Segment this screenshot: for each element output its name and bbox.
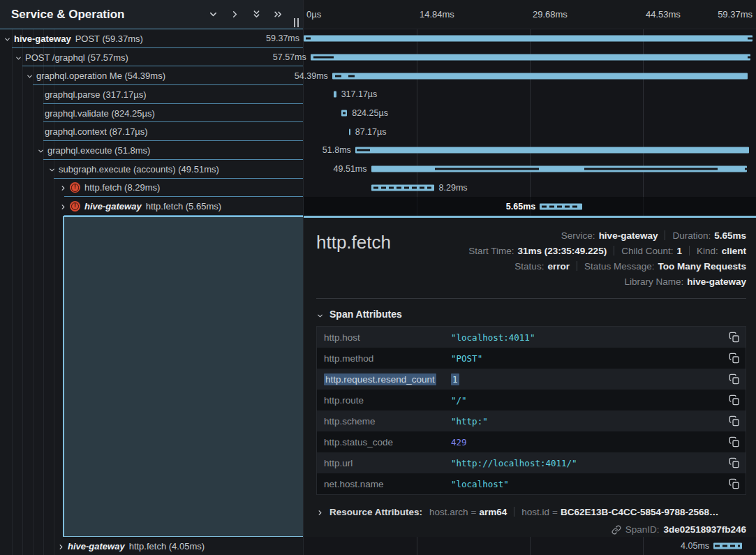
span-graphql-operation[interactable]: graphql.operation Me (54.39ms)	[0, 66, 303, 85]
attribute-row: http.request.resend_count1	[317, 369, 746, 390]
child-span-mark	[745, 168, 748, 170]
chevron-right-icon[interactable]	[57, 542, 65, 550]
child-span-mark	[584, 168, 718, 170]
operation-name: http.fetch (4.05ms)	[129, 541, 205, 552]
copy-icon[interactable]	[729, 373, 740, 385]
span-http-fetch-1[interactable]: http.fetch (8.29ms)	[0, 179, 303, 198]
panel-resize-handle[interactable]	[294, 18, 299, 27]
operation-name: graphql.parse (317.17µs)	[45, 89, 147, 100]
duration-label: 317.17µs	[341, 89, 378, 99]
meta-line: Service:hive-gatewayDuration:5.65ms	[468, 228, 746, 243]
span-detail-meta: Service:hive-gatewayDuration:5.65msStart…	[468, 228, 746, 289]
attribute-key: http.method	[324, 353, 451, 364]
span-id-value: 3de02518937fb246	[663, 524, 746, 535]
copy-icon[interactable]	[729, 436, 740, 447]
span-graphql-parse[interactable]: graphql.parse (317.17µs)	[0, 85, 303, 104]
span-bar[interactable]	[355, 147, 749, 154]
span-attributes-header[interactable]: Span Attributes	[316, 309, 746, 320]
span-bar[interactable]	[311, 54, 751, 61]
meta-label: Status:	[514, 261, 544, 272]
timeline-row[interactable]: 5.65ms	[304, 197, 756, 216]
copy-icon[interactable]	[729, 457, 740, 468]
child-span-mark	[715, 545, 740, 547]
chevron-down-icon[interactable]	[3, 35, 11, 43]
expand-one-icon[interactable]	[230, 9, 240, 20]
copy-icon[interactable]	[729, 478, 740, 489]
resource-attribute: host.arch=arm64	[429, 507, 507, 517]
attribute-row: net.host.name"localhost"	[317, 473, 746, 494]
span-detail-title: http.fetch	[316, 228, 391, 289]
attribute-value: "POST"	[451, 353, 729, 364]
span-post-root[interactable]: hive-gatewayPOST (59.37ms)	[0, 29, 303, 48]
span-graphql-validate[interactable]: graphql.validate (824.25µs)	[0, 104, 303, 123]
resource-attribute: host.id=BC62E13B-C4CC-5854-9788-2568…	[521, 507, 718, 517]
operation-name: graphql.validate (824.25µs)	[45, 108, 155, 119]
span-subgraph-execute[interactable]: subgraph.execute (accounts) (49.51ms)	[0, 160, 303, 179]
operation-name: graphql.context (87.17µs)	[45, 126, 148, 137]
span-detail-panel: http.fetch Service:hive-gatewayDuration:…	[304, 216, 756, 537]
child-span-mark	[348, 75, 355, 77]
copy-icon[interactable]	[729, 353, 740, 364]
meta-value: client	[722, 246, 746, 256]
chevron-down-icon[interactable]	[37, 147, 45, 154]
timeline-row[interactable]: 4.05ms	[304, 537, 756, 555]
chevron-down-icon[interactable]	[26, 72, 34, 80]
attribute-row: http.method"POST"	[317, 348, 746, 369]
copy-icon[interactable]	[729, 332, 740, 343]
span-bar[interactable]	[334, 91, 336, 98]
span-graphql-execute[interactable]: graphql.execute (51.8ms)	[0, 141, 303, 160]
attribute-row: http.url"http://localhost:4011/"	[317, 452, 746, 473]
resource-attributes-row[interactable]: Resource Attributes:host.arch=arm64host.…	[316, 504, 746, 519]
child-span-mark	[343, 112, 346, 114]
service-name: hive-gateway	[68, 541, 125, 552]
attribute-key: http.status_code	[324, 437, 451, 447]
timeline-row[interactable]: 59.37ms	[304, 29, 756, 48]
chevron-right-icon[interactable]	[59, 184, 67, 191]
meta-value: Too Many Requests	[658, 261, 746, 272]
span-post-graphql[interactable]: POST /graphql (57.57ms)	[0, 48, 303, 67]
meta-label: Kind:	[697, 246, 718, 256]
attribute-value: 429	[451, 437, 729, 447]
meta-value: 31ms (23:35:49.225)	[518, 246, 607, 256]
attribute-row: http.status_code429	[317, 431, 746, 452]
service-operation-panel: Service & Operation hive-gatewayPOST (59…	[0, 0, 303, 555]
timeline-row[interactable]: 54.39ms	[304, 66, 756, 85]
child-span-mark	[542, 205, 580, 207]
duration-label: 51.8ms	[323, 145, 351, 155]
span-id-row: SpanID: 3de02518937fb246	[316, 524, 746, 535]
copy-icon[interactable]	[729, 415, 740, 427]
meta-label: Duration:	[672, 230, 711, 241]
span-http-fetch-3[interactable]: hive-gatewayhttp.fetch (4.05ms)	[0, 537, 303, 555]
timeline-row[interactable]: 824.25µs	[304, 104, 756, 123]
panel-title: Service & Operation	[11, 8, 208, 22]
collapse-all-icon[interactable]	[251, 9, 262, 20]
attribute-key: net.host.name	[324, 479, 451, 489]
span-bar[interactable]	[332, 73, 748, 79]
attribute-key: http.url	[324, 458, 451, 468]
timeline-row[interactable]: 57.57ms	[304, 48, 756, 67]
timeline-row[interactable]: 51.8ms	[304, 141, 756, 160]
copy-icon[interactable]	[729, 394, 740, 406]
span-graphql-context[interactable]: graphql.context (87.17µs)	[0, 122, 303, 141]
operation-name: http.fetch (5.65ms)	[146, 201, 221, 212]
chevron-right-icon[interactable]	[59, 202, 67, 210]
span-bar[interactable]	[304, 36, 753, 42]
error-icon	[70, 201, 80, 212]
child-span-mark	[748, 38, 752, 40]
chevron-down-icon[interactable]	[15, 54, 22, 61]
child-span-mark	[435, 168, 539, 170]
collapse-one-icon[interactable]	[208, 9, 218, 20]
service-operation-header: Service & Operation	[0, 0, 303, 29]
timeline-panel: 0µs14.84ms29.68ms44.53ms59.37ms 59.37ms5…	[303, 0, 756, 555]
span-bar[interactable]	[349, 128, 350, 135]
timeline-row[interactable]: 87.17µs	[304, 122, 756, 141]
span-http-fetch-2[interactable]: hive-gatewayhttp.fetch (5.65ms)	[0, 197, 303, 216]
timeline-row[interactable]: 317.17µs	[304, 85, 756, 104]
attribute-value: "http:"	[451, 416, 729, 427]
chevron-down-icon[interactable]	[48, 165, 56, 173]
timeline-row[interactable]: 8.29ms	[304, 179, 756, 198]
attribute-key: http.request.resend_count	[324, 374, 451, 385]
timeline-row[interactable]: 49.51ms	[304, 160, 756, 179]
expand-all-icon[interactable]	[273, 9, 283, 20]
child-span-mark	[335, 75, 342, 77]
